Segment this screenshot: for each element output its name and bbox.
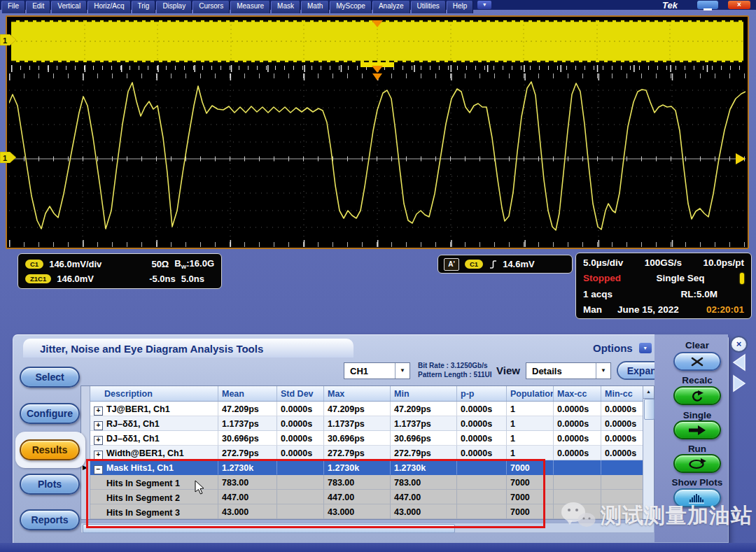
menu-item-display[interactable]: Display [156, 1, 192, 13]
minimize-button[interactable] [697, 1, 718, 9]
expand-icon[interactable]: + [94, 421, 103, 430]
chevron-right-icon[interactable] [734, 376, 745, 391]
column-header-min[interactable]: Min [391, 386, 457, 401]
minimize-icon [704, 8, 712, 10]
menu-item-help[interactable]: Help [447, 1, 474, 13]
menu-item-trig[interactable]: Trig [132, 1, 156, 13]
waveform-ruler [11, 62, 743, 73]
chevron-down-icon: ▼ [643, 346, 648, 351]
acq-mode: Single Seq [656, 273, 704, 283]
wechat-icon [559, 500, 598, 532]
trigger-level: 14.6mV [503, 259, 535, 269]
trigger-position-marker[interactable] [372, 66, 383, 73]
collapse-icon[interactable]: − [94, 465, 103, 474]
table-row[interactable]: +TJ@BER1, Ch1 47.209ps 0.0000s 47.209ps … [90, 402, 643, 416]
panel-close-button[interactable]: × [730, 336, 748, 353]
trigger-position-marker-main[interactable] [372, 73, 382, 80]
column-header-mincc[interactable]: Min-cc [601, 386, 643, 401]
menu-item-horiz-acq[interactable]: Horiz/Acq [88, 1, 130, 13]
mouse-cursor [195, 480, 206, 495]
table-row[interactable]: +RJ–δδ1, Ch1 1.1737ps 0.0000s 1.1737ps 1… [90, 416, 643, 431]
table-header: Description Mean Std Dev Max Min p-p Pop… [90, 386, 643, 402]
table-row[interactable]: +Width@BER1, Ch1 272.79ps 0.0000s 272.79… [90, 446, 643, 460]
menu-item-measure[interactable]: Measure [230, 1, 270, 13]
single-button[interactable] [673, 420, 721, 439]
chevron-left-icon[interactable] [734, 355, 745, 370]
source-select[interactable]: CH1 ▼ [344, 362, 410, 379]
chevron-down-icon[interactable]: ▼ [596, 363, 610, 378]
zoom-start: -5.0ns [149, 274, 176, 284]
table-row-selected[interactable]: −Mask Hits1, Ch1 1.2730k 1.2730k 1.2730k… [90, 460, 643, 475]
vertical-scroll-thumb[interactable] [644, 399, 654, 420]
signal-info: Bit Rate : 3.1250Gb/s Pattern Length : 5… [418, 361, 492, 379]
panel-nav-arrows[interactable] [729, 353, 748, 395]
channel-badge: C1 [25, 260, 43, 269]
menu-item-utilities[interactable]: Utilities [411, 1, 446, 13]
menu-item-analyze[interactable]: Analyze [372, 1, 410, 13]
clear-button[interactable] [673, 352, 721, 371]
channel-readout[interactable]: C1 146.0mV/div 50Ω BW:16.0G Z1C1 146.0mV… [18, 253, 222, 289]
channel1-marker[interactable]: 1 [0, 152, 17, 163]
scroll-up-button[interactable]: ▲ [643, 386, 654, 399]
menu-item-vertical[interactable]: Vertical [51, 1, 87, 13]
menu-bar: File Edit Vertical Horiz/Acq Trig Displa… [0, 0, 756, 10]
waveform-main-graticule[interactable] [9, 73, 746, 247]
table-row[interactable]: Hits In Segment 1 783.00 783.00 783.00 7… [90, 475, 643, 490]
view-select[interactable]: Details ▼ [526, 362, 611, 379]
trigger-level-arrow[interactable] [736, 153, 746, 164]
select-button[interactable]: Select [20, 367, 80, 388]
zoom-scale: 146.0mV [57, 274, 94, 284]
waveform-overview-band[interactable] [11, 20, 743, 62]
menu-overflow-button[interactable]: ▼ [477, 1, 491, 9]
recalc-label: Recalc [657, 375, 738, 385]
trigger-mode: Man [583, 304, 602, 315]
close-icon: × [736, 339, 742, 349]
reports-button[interactable]: Reports [20, 509, 80, 530]
menu-item-cursors[interactable]: Cursors [192, 1, 230, 13]
chevron-down-icon[interactable]: ▼ [395, 363, 410, 378]
close-button[interactable]: × [728, 1, 750, 9]
menu-item-edit[interactable]: Edit [26, 1, 50, 13]
menu-item-math[interactable]: Math [301, 1, 329, 13]
rising-edge-icon [489, 259, 497, 270]
column-header-maxcc[interactable]: Max-cc [554, 386, 601, 401]
menu-item-mask[interactable]: Mask [271, 1, 300, 13]
configure-button[interactable]: Configure [20, 403, 80, 424]
column-header-population[interactable]: Population [507, 386, 554, 401]
source-select-value: CH1 [344, 363, 395, 378]
close-icon: × [737, 1, 741, 8]
expand-icon[interactable]: + [94, 406, 103, 416]
recalc-button[interactable] [673, 386, 721, 405]
trigger-readout[interactable]: A' C1 14.6mV [438, 255, 573, 274]
show-plots-label: Show Plots [657, 477, 738, 488]
panel-title: Jitter, Noise and Eye Diagram Analysis T… [40, 343, 354, 355]
acquisition-readout[interactable]: 5.0µs/div 100GS/s 10.0ps/pt Stopped Sing… [575, 253, 752, 319]
expand-icon[interactable]: + [94, 451, 103, 460]
options-dropdown-button[interactable]: ▼ [639, 343, 652, 353]
acq-date: June 15, 2022 [617, 304, 679, 315]
acq-time: 02:20:01 [706, 304, 744, 315]
table-row[interactable]: +DJ–δδ1, Ch1 30.696ps 0.0000s 30.696ps 3… [90, 431, 643, 446]
column-header-pp[interactable]: p-p [457, 386, 507, 401]
menu-items: File Edit Vertical Horiz/Acq Trig Displa… [1, 0, 491, 10]
column-header-description[interactable]: Description [90, 386, 218, 401]
watermark: 测试测量加油站 [559, 500, 752, 532]
chevron-down-icon: ▼ [482, 2, 487, 7]
column-header-mean[interactable]: Mean [218, 386, 277, 401]
resolution: 10.0ps/pt [703, 257, 744, 268]
horizontal-scroll-thumb[interactable] [83, 524, 455, 533]
plots-button[interactable]: Plots [20, 474, 80, 495]
menu-item-myscope[interactable]: MyScope [330, 1, 372, 13]
column-header-stddev[interactable]: Std Dev [277, 386, 324, 401]
sample-rate: 100GS/s [645, 257, 682, 268]
tek-logo: Tek [662, 0, 678, 10]
channel-scale: 146.0mV/div [49, 259, 102, 269]
menu-item-file[interactable]: File [1, 1, 25, 13]
expand-icon[interactable]: + [94, 436, 103, 445]
column-header-max[interactable]: Max [324, 386, 391, 401]
waveform-display [6, 15, 749, 249]
results-button[interactable]: Results [20, 439, 80, 460]
channel1-marker[interactable]: 1 [0, 34, 17, 45]
run-button[interactable] [673, 454, 721, 473]
svg-text:1: 1 [3, 36, 7, 45]
